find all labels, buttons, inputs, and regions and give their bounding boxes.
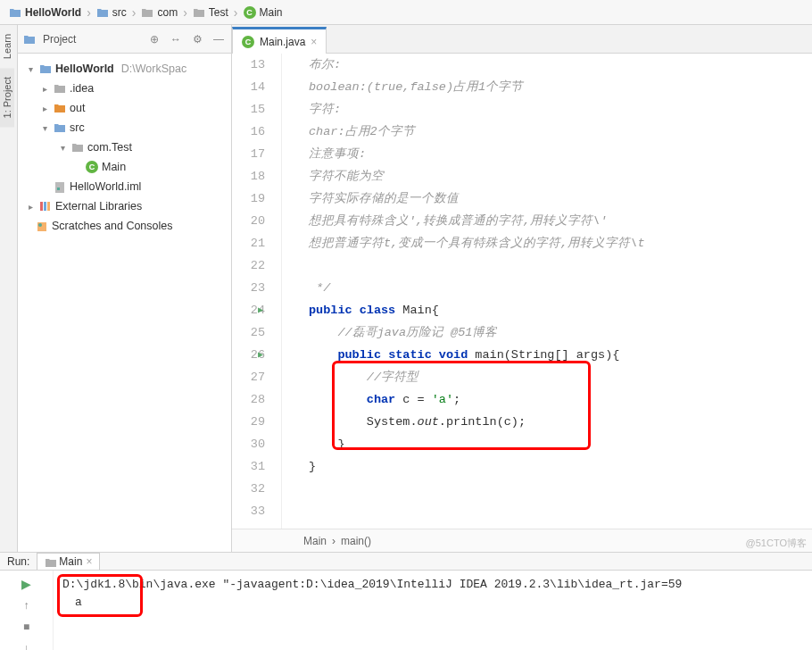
chevron-down-icon[interactable]: ▾ — [57, 143, 68, 153]
down-icon[interactable]: ↓ — [19, 640, 35, 650]
gear-icon[interactable]: ⚙ — [190, 32, 204, 46]
code-area[interactable]: 131415161718192021222324▶2526▶2728293031… — [232, 54, 812, 529]
library-icon — [39, 200, 52, 212]
run-tools: ▶ ↑ ■ ↓ — [0, 571, 54, 650]
folder-icon — [141, 7, 153, 18]
code-line[interactable]: 布尔: — [309, 54, 812, 76]
run-body: ▶ ↑ ■ ↓ D:\jdk1.8\bin\java.exe "-javaage… — [0, 571, 812, 650]
code-line[interactable]: 字符实际存储的是一个数值 — [309, 188, 812, 210]
tree-scratches[interactable]: Scratches and Consoles — [21, 216, 231, 236]
run-header: Run: Main × — [0, 553, 812, 571]
code-line[interactable]: 想把普通字符t,变成一个具有特殊含义的字符,用转义字符\t — [309, 232, 812, 254]
tree-root[interactable]: ▾ HelloWorld D:\WorkSpac — [21, 59, 231, 79]
code-line[interactable] — [309, 478, 812, 500]
code-line[interactable]: */ — [309, 277, 812, 299]
console-cmd-line: D:\jdk1.8\bin\java.exe "-javaagent:D:\id… — [62, 576, 803, 594]
tree-out[interactable]: ▸ out — [21, 98, 231, 118]
project-tree[interactable]: ▾ HelloWorld D:\WorkSpac ▸ .idea ▸ out ▾… — [18, 54, 231, 552]
run-tab-main[interactable]: Main × — [37, 553, 100, 570]
console-output-line: a — [62, 594, 803, 612]
run-tab-label: Main — [59, 555, 82, 568]
code-line[interactable]: 字符: — [309, 98, 812, 121]
tree-label: HelloWorld — [55, 62, 114, 75]
tree-label: out — [70, 102, 85, 114]
code-line[interactable]: char:占用2个字节 — [309, 121, 812, 143]
tree-class-main[interactable]: C Main — [21, 157, 231, 177]
code-line[interactable]: //字符型 — [309, 366, 812, 388]
editor-breadcrumb-class[interactable]: Main — [303, 535, 327, 547]
side-tab-learn[interactable]: Learn — [0, 25, 14, 68]
breadcrumb-sep: › — [87, 5, 91, 20]
project-toolbar-label: Project — [43, 33, 76, 46]
breadcrumb-root[interactable]: HelloWorld — [5, 4, 85, 21]
breadcrumb-label: Test — [209, 6, 228, 19]
svg-rect-5 — [37, 222, 46, 231]
tree-idea[interactable]: ▸ .idea — [21, 79, 231, 98]
code-line[interactable]: public class Main{ — [309, 299, 812, 321]
code-line[interactable]: 注意事项: — [309, 143, 812, 165]
breadcrumb-src[interactable]: src — [93, 4, 130, 21]
chevron-down-icon[interactable]: ▾ — [25, 64, 36, 74]
run-panel: Run: Main × ▶ ↑ ■ ↓ D:\jdk1.8\bin\java.e… — [0, 552, 812, 650]
run-config-icon — [45, 557, 55, 566]
breadcrumb-label: com — [157, 6, 178, 19]
breadcrumb-bar: HelloWorld › src › com › Test › C Main — [0, 0, 812, 25]
tree-label: com.Test — [87, 141, 132, 154]
package-icon — [71, 142, 84, 153]
module-icon — [39, 63, 52, 74]
code-line[interactable]: 字符不能为空 — [309, 165, 812, 188]
code-content[interactable]: 布尔:boolean:(true,false)占用1个字节字符:char:占用2… — [282, 54, 812, 529]
run-console[interactable]: D:\jdk1.8\bin\java.exe "-javaagent:D:\id… — [54, 571, 812, 650]
close-icon[interactable]: × — [86, 555, 92, 568]
code-line[interactable]: } — [309, 455, 812, 478]
main-area: Project ⊕ ↔ ⚙ — ▾ HelloWorld D:\WorkSpac… — [18, 25, 812, 552]
tree-external-libs[interactable]: ▸ External Libraries — [21, 196, 231, 216]
up-icon[interactable]: ↑ — [19, 597, 35, 613]
folder-icon — [54, 122, 66, 133]
module-file-icon — [54, 181, 66, 192]
breadcrumb-test[interactable]: Test — [189, 4, 232, 21]
editor-breadcrumb-method[interactable]: main() — [341, 535, 371, 547]
stop-icon[interactable]: ■ — [19, 619, 35, 635]
breadcrumb-main[interactable]: C Main — [240, 4, 286, 21]
code-line[interactable]: } — [309, 433, 812, 455]
editor-tabs: C Main.java × — [232, 25, 812, 54]
chevron-right-icon[interactable]: ▸ — [39, 104, 50, 113]
tree-path: D:\WorkSpac — [121, 62, 186, 75]
code-line[interactable]: public static void main(String[] args){ — [309, 344, 812, 366]
project-panel: Project ⊕ ↔ ⚙ — ▾ HelloWorld D:\WorkSpac… — [18, 25, 232, 552]
svg-rect-1 — [57, 188, 60, 190]
tree-label: Main — [102, 161, 126, 173]
code-line[interactable] — [309, 500, 812, 522]
class-icon: C — [86, 161, 98, 173]
chevron-right-icon[interactable]: ▸ — [39, 84, 50, 94]
gutter: 131415161718192021222324▶2526▶2728293031… — [232, 54, 282, 529]
tree-label: .idea — [70, 82, 94, 95]
breadcrumb-com[interactable]: com — [137, 4, 181, 21]
code-line[interactable]: char c = 'a'; — [309, 388, 812, 411]
side-tab-project[interactable]: 1: Project — [0, 68, 14, 127]
chevron-right-icon[interactable]: ▸ — [25, 202, 36, 212]
tree-src[interactable]: ▾ src — [21, 118, 231, 138]
code-line[interactable]: System.out.println(c); — [309, 411, 812, 433]
code-line[interactable] — [309, 254, 812, 277]
tree-label: src — [70, 121, 85, 134]
run-label: Run: — [7, 555, 29, 568]
close-icon[interactable]: × — [311, 36, 317, 48]
chevron-down-icon[interactable]: ▾ — [39, 123, 50, 133]
breadcrumb-label: src — [112, 6, 127, 19]
editor-breadcrumb: Main › main() — [232, 529, 812, 552]
locate-icon[interactable]: ⊕ — [147, 32, 162, 46]
tree-package[interactable]: ▾ com.Test — [21, 138, 231, 157]
project-toolbar: Project ⊕ ↔ ⚙ — — [18, 25, 231, 54]
expand-icon[interactable]: ↔ — [169, 32, 183, 46]
code-line[interactable]: //磊哥java历险记 @51博客 — [309, 321, 812, 344]
folder-icon — [54, 103, 66, 113]
code-line[interactable]: boolean:(true,false)占用1个字节 — [309, 76, 812, 98]
code-line[interactable]: 想把具有特殊含义',转换成普通的字符,用转义字符\' — [309, 210, 812, 232]
editor-tab-main[interactable]: C Main.java × — [232, 27, 327, 54]
rerun-icon[interactable]: ▶ — [19, 576, 35, 592]
collapse-icon[interactable]: — — [211, 32, 226, 46]
tree-iml[interactable]: HelloWorld.iml — [21, 177, 231, 196]
folder-icon — [54, 83, 66, 94]
